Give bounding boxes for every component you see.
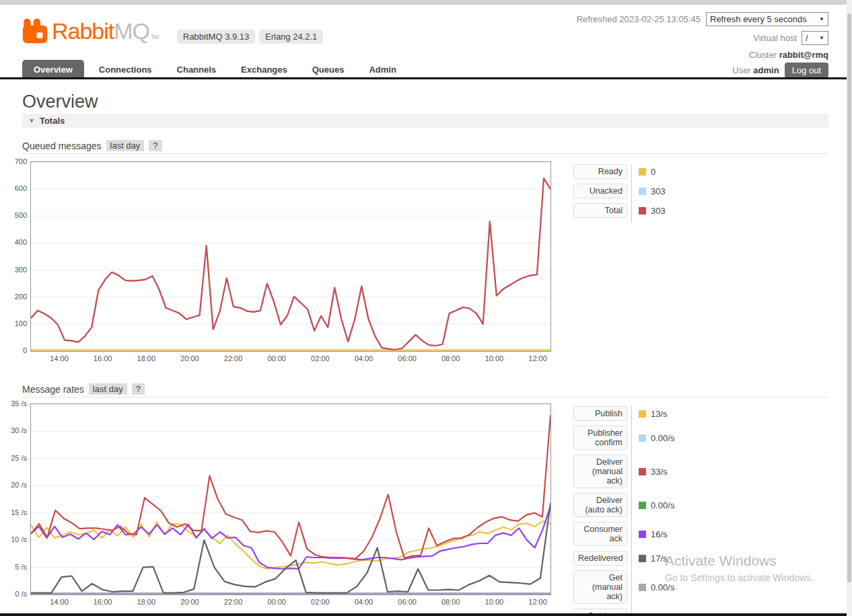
y-tick-label: 5 /s (0, 563, 27, 571)
legend-value: 16/s (639, 529, 668, 539)
bottom-edge-strip (0, 613, 847, 616)
queued-messages-legend: Ready0Unacked303Total303 (573, 164, 775, 223)
x-tick-label: 04:00 (349, 354, 378, 362)
refresh-interval-select[interactable]: Refresh every 5 seconds ▼ (706, 12, 828, 26)
message-rates-y-axis: 0 /s5 /s10 /s15 /s20 /s25 /s30 /s35 /s (0, 403, 27, 594)
legend-swatch-icon (639, 502, 646, 509)
virtual-host-row: Virtual host / ▼ (753, 31, 828, 45)
legend-value: 17/s (639, 553, 668, 564)
y-tick-label: 200 (0, 293, 27, 301)
legend-value: 0.00/s (639, 500, 674, 510)
series-deliver-manual-ack- (31, 415, 551, 558)
period-chip[interactable]: last day (89, 383, 127, 395)
legend-value-text: 303 (651, 206, 666, 216)
log-out-button[interactable]: Log out (785, 63, 828, 78)
tab-exchanges[interactable]: Exchanges (241, 60, 287, 79)
legend-label-box[interactable]: Unacked (573, 184, 627, 198)
legend-value-text: 0.00/s (651, 500, 674, 510)
x-tick-label: 06:00 (392, 598, 422, 606)
legend-value-text: 303 (651, 186, 666, 196)
y-tick-label: 600 (0, 184, 27, 192)
legend-row: Consumer ack16/s (573, 522, 775, 546)
legend-swatch-icon (639, 468, 646, 475)
cluster-row: Cluster rabbit@rmq (749, 50, 828, 60)
legend-label-box[interactable]: Publisher confirm (573, 426, 627, 450)
legend-row: Total303 (573, 203, 775, 218)
x-tick-label: 16:00 (88, 598, 118, 606)
erlang-version-badge: Erlang 24.2.1 (259, 30, 323, 44)
activate-windows-watermark: Activate Windows (665, 553, 777, 569)
legend-row: Publish13/s (573, 406, 775, 421)
message-rates-heading: Message rates last day ? (22, 381, 828, 397)
y-tick-label: 30 /s (0, 426, 27, 434)
legend-label-box[interactable]: Get (manual ack) (573, 570, 627, 604)
x-tick-label: 02:00 (306, 354, 335, 362)
cluster-name: rabbit@rmq (779, 50, 828, 60)
y-tick-label: 35 /s (0, 399, 27, 408)
x-tick-label: 00:00 (262, 598, 291, 606)
legend-label-box[interactable]: Total (573, 203, 627, 218)
tab-overview[interactable]: Overview (22, 60, 84, 79)
legend-value: 303 (639, 186, 666, 196)
help-icon[interactable]: ? (132, 383, 145, 395)
message-rates-x-axis: 14:0016:0018:0020:0022:0000:0002:0004:00… (30, 598, 550, 607)
cluster-label: Cluster (749, 50, 777, 60)
legend-label-box[interactable]: Redelivered (573, 551, 627, 566)
legend-value: 303 (639, 206, 666, 216)
rabbit-icon (22, 18, 48, 44)
legend-label-box[interactable]: Ready (573, 164, 627, 179)
series-consumer-ack (31, 506, 551, 569)
rabbitmq-logo[interactable]: RabbitMQTM (22, 18, 158, 50)
legend-value: 0.00/s (639, 433, 674, 443)
y-tick-label: 300 (0, 266, 27, 274)
legend-label-box[interactable]: Deliver (manual ack) (573, 455, 627, 488)
x-tick-label: 14:00 (44, 354, 74, 362)
x-tick-label: 00:00 (262, 354, 291, 362)
message-rates-title: Message rates (22, 384, 84, 395)
legend-row: Deliver (auto ack)0.00/s (573, 493, 775, 517)
legend-swatch-icon (639, 531, 646, 538)
refresh-row: Refreshed 2023-02-25 13:05:45 Refresh ev… (577, 12, 828, 26)
legend-swatch-icon (639, 168, 646, 176)
legend-value-text: 13/s (651, 409, 668, 419)
x-tick-label: 08:00 (436, 354, 466, 362)
tab-connections[interactable]: Connections (99, 60, 152, 79)
help-icon[interactable]: ? (149, 140, 162, 151)
tab-admin[interactable]: Admin (369, 60, 396, 79)
legend-value: 0.00/s (639, 582, 674, 592)
refreshed-timestamp: Refreshed 2023-02-25 13:05:45 (577, 14, 701, 24)
x-tick-label: 04:00 (349, 598, 378, 606)
vertical-scrollbar[interactable] (847, 0, 852, 616)
tab-channels[interactable]: Channels (177, 60, 217, 79)
rabbitmq-version-badge: RabbitMQ 3.9.13 (177, 30, 255, 44)
legend-swatch-icon (639, 188, 646, 195)
legend-row: Publisher confirm0.00/s (573, 426, 775, 450)
virtual-host-label: Virtual host (753, 33, 797, 43)
legend-value: 33/s (639, 467, 668, 477)
top-edge-strip (0, 0, 852, 5)
y-tick-label: 100 (0, 319, 27, 328)
caret-down-icon: ▼ (819, 35, 824, 41)
legend-value: 13/s (639, 409, 668, 419)
triangle-down-icon: ▼ (28, 117, 35, 124)
legend-row: Deliver (manual ack)33/s (573, 455, 775, 488)
x-tick-label: 10:00 (479, 598, 509, 606)
brand-text: RabbitMQTM (52, 18, 158, 50)
legend-label-box[interactable]: Consumer ack (573, 522, 627, 546)
caret-down-icon: ▼ (819, 16, 824, 22)
virtual-host-select[interactable]: / ▼ (802, 31, 828, 45)
x-tick-label: 18:00 (131, 598, 161, 606)
nav-tabs: Overview Connections Channels Exchanges … (22, 59, 421, 79)
legend-label-box[interactable]: Publish (573, 406, 627, 421)
period-chip[interactable]: last day (106, 140, 145, 151)
activate-windows-hint: Go to Settings to activate Windows. (665, 572, 814, 583)
queued-messages-x-axis: 14:0016:0018:0020:0022:0000:0002:0004:00… (30, 354, 550, 364)
y-tick-label: 500 (0, 211, 27, 219)
scrollbar-thumb[interactable] (847, 13, 851, 582)
legend-label-box[interactable]: Deliver (auto ack) (573, 493, 627, 517)
x-tick-label: 14:00 (44, 598, 74, 606)
series-redelivered (31, 503, 551, 592)
tab-queues[interactable]: Queues (312, 60, 345, 79)
page-title: Overview (22, 91, 98, 112)
totals-section-toggle[interactable]: ▼ Totals (22, 114, 828, 128)
